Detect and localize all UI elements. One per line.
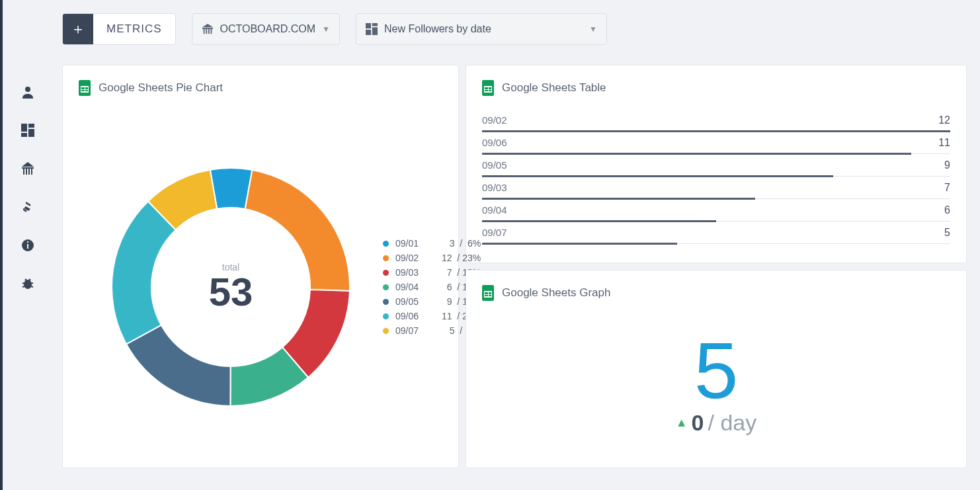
svg-rect-14 — [26, 169, 27, 175]
table-row: 09/03 7 — [482, 177, 950, 199]
trend-up-icon: ▲ — [676, 416, 688, 430]
svg-point-26 — [25, 279, 27, 281]
row-value: 6 — [944, 204, 950, 216]
sidebar — [0, 0, 53, 490]
row-date: 09/04 — [482, 204, 507, 216]
card-title: Google Sheets Graph — [482, 285, 950, 301]
svg-rect-13 — [23, 169, 24, 175]
legend-values: 12 / 23% — [442, 253, 481, 263]
svg-marker-33 — [202, 24, 212, 27]
legend-date: 09/01 — [395, 238, 435, 249]
table-row: 09/02 12 — [482, 109, 950, 132]
chevron-down-icon: ▼ — [322, 24, 330, 34]
svg-rect-16 — [31, 169, 32, 175]
svg-rect-35 — [372, 23, 378, 26]
graph-value: 5 — [694, 331, 739, 410]
svg-rect-31 — [208, 29, 209, 34]
card-title: Google Sheets Table — [482, 80, 950, 96]
chevron-down-icon: ▼ — [589, 24, 597, 34]
row-value: 9 — [944, 159, 950, 171]
row-value: 5 — [944, 227, 950, 239]
legend-dot — [383, 313, 389, 319]
row-value: 11 — [938, 137, 950, 149]
graph-subtitle: ▲ 0 / day — [676, 410, 756, 436]
sidebar-item-connections[interactable] — [3, 188, 53, 226]
row-date: 09/07 — [482, 227, 507, 238]
google-sheets-icon — [79, 80, 91, 96]
graph-title: Google Sheets Graph — [502, 286, 610, 300]
total-value: 53 — [209, 272, 253, 312]
svg-point-21 — [24, 280, 32, 289]
svg-rect-15 — [28, 169, 30, 175]
svg-rect-36 — [372, 27, 378, 35]
sidebar-item-debug[interactable] — [3, 265, 53, 303]
svg-rect-9 — [28, 124, 34, 128]
svg-point-7 — [25, 87, 30, 92]
svg-line-25 — [31, 286, 33, 287]
google-sheets-icon — [482, 285, 494, 301]
org-label: OCTOBOARD.COM — [220, 23, 316, 35]
svg-rect-10 — [28, 129, 34, 137]
svg-point-27 — [29, 279, 31, 281]
svg-line-24 — [22, 286, 24, 287]
org-selector[interactable]: OCTOBOARD.COM ▼ — [192, 13, 341, 45]
metric-label: New Followers by date — [384, 23, 583, 35]
svg-marker-17 — [22, 162, 34, 167]
legend-date: 09/07 — [395, 325, 435, 336]
legend-dot — [383, 284, 389, 290]
row-value: 12 — [938, 114, 950, 126]
svg-rect-11 — [21, 133, 27, 137]
legend-dot — [383, 299, 389, 305]
card-title: Google Sheets Pie Chart — [79, 80, 442, 96]
table-title: Google Sheets Table — [502, 81, 606, 95]
topbar: ＋ METRICS OCTOBOARD.COM ▼ New Followers … — [62, 13, 967, 45]
grid-icon — [366, 23, 378, 35]
svg-rect-8 — [21, 124, 27, 132]
dashboard-grid: Google Sheets Table 09/02 12 09/06 11 09… — [62, 65, 967, 477]
graph-unit: / day — [708, 410, 757, 436]
legend-item: 09/02 12 / 23% — [383, 251, 481, 265]
svg-rect-29 — [203, 29, 204, 34]
svg-rect-28 — [202, 28, 212, 29]
table-row: 09/07 5 — [482, 222, 950, 244]
legend-date: 09/06 — [395, 311, 435, 321]
svg-rect-19 — [27, 244, 28, 249]
table-row: 09/05 9 — [482, 154, 950, 177]
row-date: 09/06 — [482, 137, 507, 148]
graph-card: Google Sheets Graph 5 ▲ 0 / day — [466, 270, 967, 468]
table-card: Google Sheets Table 09/02 12 09/06 11 09… — [466, 65, 967, 263]
sidebar-item-account[interactable] — [3, 73, 53, 111]
row-date: 09/02 — [482, 114, 507, 126]
svg-rect-30 — [206, 29, 207, 34]
svg-line-22 — [22, 283, 25, 284]
legend-date: 09/05 — [395, 296, 435, 307]
legend-dot — [383, 328, 389, 334]
plus-icon: ＋ — [63, 14, 93, 44]
row-date: 09/03 — [482, 182, 507, 193]
pie-card: Google Sheets Pie Chart total 53 09/01 3… — [62, 65, 459, 468]
sidebar-item-info[interactable] — [3, 226, 53, 265]
metrics-label: METRICS — [93, 22, 175, 36]
legend-date: 09/04 — [395, 282, 435, 292]
legend-dot — [383, 255, 389, 261]
legend-values: 3 / 6% — [447, 238, 481, 249]
add-metrics-button[interactable]: ＋ METRICS — [62, 13, 176, 45]
metric-selector[interactable]: New Followers by date ▼ — [356, 13, 607, 45]
svg-rect-12 — [22, 167, 34, 169]
sidebar-item-dashboards[interactable] — [3, 111, 53, 149]
svg-rect-32 — [210, 29, 212, 34]
table-body: 09/02 12 09/06 11 09/05 9 09/03 7 09/04 … — [482, 109, 950, 244]
svg-rect-20 — [27, 241, 28, 243]
sidebar-item-clients[interactable] — [3, 149, 53, 188]
legend-item: 09/01 3 / 6% — [383, 236, 481, 251]
svg-line-23 — [30, 283, 33, 284]
legend-dot — [383, 270, 389, 276]
legend-date: 09/02 — [395, 253, 435, 263]
google-sheets-icon — [482, 80, 494, 96]
table-row: 09/04 6 — [482, 199, 950, 222]
legend-date: 09/03 — [395, 267, 435, 278]
legend-dot — [383, 241, 389, 247]
row-value: 7 — [944, 182, 950, 194]
graph-delta: 0 — [692, 410, 704, 436]
bank-icon — [202, 23, 214, 35]
